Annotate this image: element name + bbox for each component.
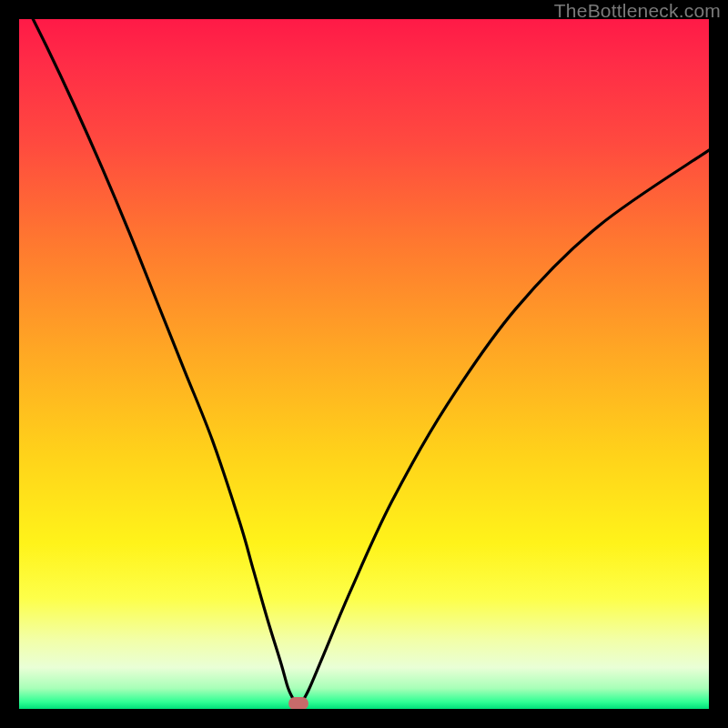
chart-frame: TheBottleneck.com <box>0 0 728 728</box>
curve-svg <box>19 19 709 709</box>
watermark-text: TheBottleneck.com <box>554 0 721 22</box>
optimum-marker <box>288 697 308 709</box>
bottleneck-curve <box>19 19 709 704</box>
plot-area <box>19 19 709 709</box>
